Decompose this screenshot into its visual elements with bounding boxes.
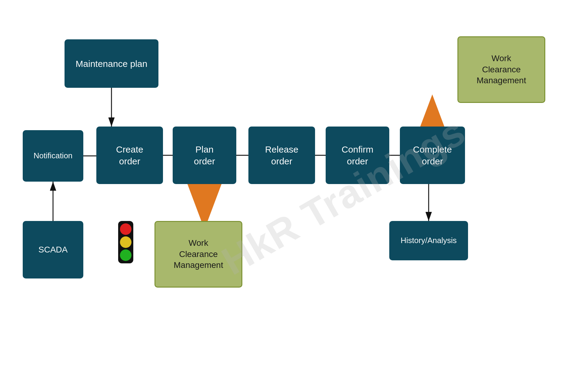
confirm-order-box: Confirm order: [326, 127, 389, 184]
wcm-top-box: Work Clearance Management: [457, 36, 545, 103]
maintenance-plan-box: Maintenance plan: [65, 39, 158, 88]
maintenance-plan-label: Maintenance plan: [76, 58, 148, 70]
complete-order-box: Complete order: [400, 127, 465, 184]
traffic-light-yellow: [120, 236, 131, 248]
notification-label: Notification: [34, 151, 73, 161]
wcm-top-label: Work Clearance Management: [477, 53, 526, 86]
diagram-container: HkR Trainings: [0, 0, 578, 392]
notification-box: Notification: [23, 130, 83, 182]
scada-box: SCADA: [23, 221, 83, 278]
wcm-bottom-box: Work Clearance Management: [154, 221, 242, 288]
scada-label: SCADA: [38, 244, 68, 255]
wcm-bottom-label: Work Clearance Management: [174, 238, 223, 271]
history-label: History/Analysis: [401, 236, 457, 246]
create-order-label: Create order: [116, 143, 143, 167]
release-order-box: Release order: [248, 127, 315, 184]
release-order-label: Release order: [265, 143, 298, 167]
complete-order-label: Complete order: [413, 143, 452, 167]
traffic-light: [118, 221, 133, 263]
plan-order-box: Plan order: [173, 127, 236, 184]
confirm-order-label: Confirm order: [341, 143, 373, 167]
traffic-light-green: [120, 249, 131, 261]
history-box: History/Analysis: [389, 221, 468, 260]
plan-order-label: Plan order: [194, 143, 215, 167]
create-order-box: Create order: [96, 127, 163, 184]
traffic-light-red: [120, 223, 131, 235]
